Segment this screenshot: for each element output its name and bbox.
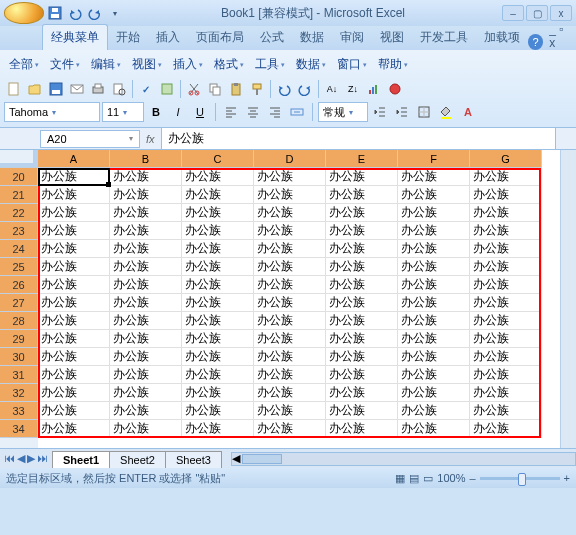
cell[interactable]: 办公族 bbox=[38, 240, 110, 258]
research-icon[interactable] bbox=[157, 79, 177, 99]
cell[interactable]: 办公族 bbox=[470, 294, 542, 312]
cell[interactable]: 办公族 bbox=[398, 420, 470, 438]
cell[interactable]: 办公族 bbox=[398, 330, 470, 348]
merge-button[interactable] bbox=[287, 102, 307, 122]
fx-icon[interactable]: fx bbox=[146, 133, 155, 145]
cell[interactable]: 办公族 bbox=[254, 384, 326, 402]
cell[interactable]: 办公族 bbox=[110, 420, 182, 438]
row-header[interactable]: 22 bbox=[0, 204, 38, 222]
align-right-button[interactable] bbox=[265, 102, 285, 122]
cell[interactable]: 办公族 bbox=[182, 276, 254, 294]
font-size-combo[interactable]: 11▾ bbox=[102, 102, 144, 122]
sheet-tab[interactable]: Sheet2 bbox=[109, 451, 166, 468]
cell[interactable]: 办公族 bbox=[38, 258, 110, 276]
cell[interactable]: 办公族 bbox=[326, 204, 398, 222]
row-header[interactable]: 21 bbox=[0, 186, 38, 204]
cell[interactable]: 办公族 bbox=[398, 276, 470, 294]
cell[interactable]: 办公族 bbox=[254, 276, 326, 294]
cell[interactable]: 办公族 bbox=[470, 384, 542, 402]
cell[interactable]: 办公族 bbox=[326, 420, 398, 438]
cell[interactable]: 办公族 bbox=[110, 294, 182, 312]
cell[interactable]: 办公族 bbox=[110, 168, 182, 186]
view-break-icon[interactable]: ▭ bbox=[423, 472, 433, 485]
cell[interactable]: 办公族 bbox=[254, 420, 326, 438]
qat-more-icon[interactable]: ▾ bbox=[106, 4, 124, 22]
preview-icon[interactable] bbox=[109, 79, 129, 99]
cell[interactable]: 办公族 bbox=[470, 186, 542, 204]
ribbon-tab-6[interactable]: 审阅 bbox=[332, 25, 372, 50]
cell[interactable]: 办公族 bbox=[182, 402, 254, 420]
cell[interactable]: 办公族 bbox=[38, 186, 110, 204]
new-icon[interactable] bbox=[4, 79, 24, 99]
cell[interactable]: 办公族 bbox=[110, 366, 182, 384]
row-header[interactable]: 24 bbox=[0, 240, 38, 258]
redo-icon[interactable] bbox=[86, 4, 104, 22]
cell[interactable]: 办公族 bbox=[110, 240, 182, 258]
cell[interactable]: 办公族 bbox=[182, 168, 254, 186]
cell[interactable]: 办公族 bbox=[398, 258, 470, 276]
cell[interactable]: 办公族 bbox=[326, 186, 398, 204]
font-color-button[interactable]: A bbox=[458, 102, 478, 122]
chart-icon[interactable] bbox=[364, 79, 384, 99]
ribbon-tab-0[interactable]: 经典菜单 bbox=[42, 24, 108, 50]
spellcheck-icon[interactable]: ✓ bbox=[136, 79, 156, 99]
cell[interactable]: 办公族 bbox=[110, 258, 182, 276]
cell[interactable]: 办公族 bbox=[326, 402, 398, 420]
vertical-scrollbar[interactable] bbox=[560, 150, 576, 448]
menu-3[interactable]: 视图 ▾ bbox=[127, 53, 167, 76]
save-icon[interactable] bbox=[46, 4, 64, 22]
cell[interactable]: 办公族 bbox=[398, 186, 470, 204]
cell[interactable]: 办公族 bbox=[182, 348, 254, 366]
cell[interactable]: 办公族 bbox=[110, 384, 182, 402]
ribbon-collapse-icon[interactable]: _ ▫ x bbox=[549, 22, 572, 50]
sheet-tab[interactable]: Sheet1 bbox=[52, 451, 110, 468]
cell[interactable]: 办公族 bbox=[470, 258, 542, 276]
help-icon[interactable]: ? bbox=[528, 34, 543, 50]
bold-button[interactable]: B bbox=[146, 102, 166, 122]
select-all-corner[interactable] bbox=[0, 150, 38, 168]
cell[interactable]: 办公族 bbox=[110, 330, 182, 348]
print-icon[interactable] bbox=[88, 79, 108, 99]
cell[interactable]: 办公族 bbox=[470, 348, 542, 366]
ribbon-tab-3[interactable]: 页面布局 bbox=[188, 25, 252, 50]
ribbon-tab-9[interactable]: 加载项 bbox=[476, 25, 528, 50]
undo-icon[interactable] bbox=[66, 4, 84, 22]
cell[interactable]: 办公族 bbox=[38, 276, 110, 294]
menu-9[interactable]: 帮助 ▾ bbox=[373, 53, 413, 76]
horizontal-scrollbar[interactable]: ◀ bbox=[231, 452, 576, 466]
zoom-slider[interactable] bbox=[480, 477, 560, 480]
row-header[interactable]: 26 bbox=[0, 276, 38, 294]
cell[interactable]: 办公族 bbox=[38, 222, 110, 240]
cell[interactable]: 办公族 bbox=[38, 330, 110, 348]
cell[interactable]: 办公族 bbox=[38, 402, 110, 420]
cell[interactable]: 办公族 bbox=[326, 348, 398, 366]
cell[interactable]: 办公族 bbox=[470, 402, 542, 420]
cell[interactable]: 办公族 bbox=[254, 402, 326, 420]
cell[interactable]: 办公族 bbox=[254, 186, 326, 204]
cell[interactable]: 办公族 bbox=[38, 348, 110, 366]
cell[interactable]: 办公族 bbox=[38, 420, 110, 438]
cell[interactable]: 办公族 bbox=[182, 330, 254, 348]
redo-icon-2[interactable] bbox=[295, 79, 315, 99]
cell[interactable]: 办公族 bbox=[326, 330, 398, 348]
cell[interactable]: 办公族 bbox=[326, 384, 398, 402]
cell[interactable]: 办公族 bbox=[38, 312, 110, 330]
permissions-icon[interactable] bbox=[385, 79, 405, 99]
borders-button[interactable] bbox=[414, 102, 434, 122]
grid-main[interactable]: ABCDEFG 办公族办公族办公族办公族办公族办公族办公族办公族办公族办公族办公… bbox=[38, 150, 560, 448]
italic-button[interactable]: I bbox=[168, 102, 188, 122]
fill-color-button[interactable] bbox=[436, 102, 456, 122]
cell[interactable]: 办公族 bbox=[38, 384, 110, 402]
cell[interactable]: 办公族 bbox=[38, 204, 110, 222]
ribbon-tab-5[interactable]: 数据 bbox=[292, 25, 332, 50]
cell[interactable]: 办公族 bbox=[398, 366, 470, 384]
format-painter-icon[interactable] bbox=[247, 79, 267, 99]
row-header[interactable]: 28 bbox=[0, 312, 38, 330]
zoom-level[interactable]: 100% bbox=[437, 472, 465, 484]
cell[interactable]: 办公族 bbox=[182, 186, 254, 204]
sort-desc-icon[interactable]: Z↓ bbox=[343, 79, 363, 99]
cell[interactable]: 办公族 bbox=[398, 222, 470, 240]
copy-icon[interactable] bbox=[205, 79, 225, 99]
cell[interactable]: 办公族 bbox=[470, 222, 542, 240]
row-header[interactable]: 32 bbox=[0, 384, 38, 402]
